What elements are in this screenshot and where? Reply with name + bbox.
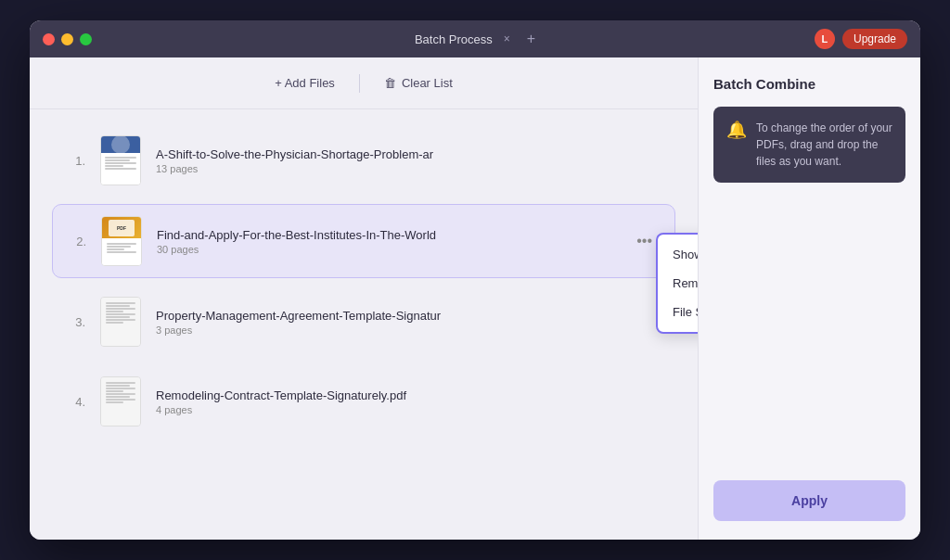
thumb-full — [101, 377, 140, 426]
thumb-line — [106, 311, 123, 312]
file-pages: 4 pages — [156, 404, 661, 415]
file-thumbnail — [100, 376, 141, 426]
file-thumbnail — [100, 297, 141, 347]
context-menu: Show in Finder Remove File File Setting — [656, 233, 698, 334]
thumb-line — [105, 165, 123, 167]
file-item[interactable]: 3. — [52, 286, 675, 358]
info-box: 🔔 To change the order of your PDFs, drag… — [713, 107, 905, 183]
clear-list-button[interactable]: 🗑 Clear List — [375, 70, 462, 95]
thumb-top — [101, 136, 140, 153]
file-info: A-Shift-to-Solve-the-Physician-Shortage-… — [156, 147, 661, 174]
thumb-line — [105, 157, 136, 159]
thumb-line — [106, 305, 130, 307]
main-window: Batch Process × + L Upgrade + Add Files … — [30, 20, 920, 540]
thumb-lines — [104, 300, 137, 325]
thumb-line — [106, 396, 130, 398]
thumb-line — [106, 393, 135, 395]
file-info: Property-Management-Agreement-Template-S… — [156, 309, 661, 336]
file-number: 1. — [67, 154, 85, 168]
title-bar: Batch Process × + L Upgrade — [30, 20, 920, 57]
tab-bar: Batch Process × + — [415, 31, 535, 47]
thumb-line — [106, 313, 135, 315]
thumb-content — [101, 136, 140, 185]
close-button[interactable] — [43, 33, 55, 45]
right-panel: Batch Combine 🔔 To change the order of y… — [698, 57, 920, 540]
apply-button[interactable]: Apply — [713, 480, 905, 521]
file-name: Find-and-Apply-For-the-Best-Institutes-I… — [157, 228, 614, 242]
files-list: 1. — [30, 109, 698, 540]
file-info: Remodeling-Contract-Template-Signaturely… — [156, 388, 661, 415]
file-name: A-Shift-to-Solve-the-Physician-Shortage-… — [156, 147, 661, 161]
thumb-line — [106, 399, 135, 401]
thumb-line — [106, 385, 130, 387]
bell-icon: 🔔 — [726, 120, 747, 140]
info-text: To change the order of your PDFs, drag a… — [756, 120, 892, 170]
thumb-line — [107, 251, 136, 253]
file-thumbnail — [100, 135, 141, 185]
thumb-line — [106, 388, 135, 389]
trash-icon: 🗑 — [384, 76, 396, 90]
thumb-full — [101, 298, 140, 346]
file-pages: 3 pages — [156, 325, 661, 336]
left-panel: + Add Files 🗑 Clear List 1. — [30, 57, 698, 540]
thumb-line — [106, 390, 123, 392]
thumb-line — [107, 246, 131, 248]
thumb-line — [106, 302, 135, 304]
file-item[interactable]: 1. — [52, 124, 675, 197]
context-menu-item-file-setting[interactable]: File Setting — [658, 298, 698, 326]
file-name: Property-Management-Agreement-Template-S… — [156, 309, 661, 323]
minimize-button[interactable] — [61, 33, 73, 45]
file-number: 2. — [68, 235, 86, 248]
file-number: 4. — [67, 395, 85, 409]
file-number: 3. — [67, 315, 85, 329]
thumb-bottom — [101, 153, 140, 185]
thumb-lines — [103, 155, 138, 172]
context-menu-item-remove-file[interactable]: Remove File — [658, 269, 698, 298]
thumb-line — [106, 322, 123, 324]
user-avatar: L — [815, 29, 835, 49]
context-menu-item-show-finder[interactable]: Show in Finder — [658, 240, 698, 269]
maximize-button[interactable] — [80, 33, 92, 45]
thumb-line — [107, 243, 136, 245]
traffic-lights — [43, 33, 92, 45]
tab-title: Batch Process — [415, 32, 493, 46]
upgrade-button[interactable]: Upgrade — [842, 29, 907, 49]
tab-close-button[interactable]: × — [500, 31, 514, 47]
toolbar-divider — [359, 74, 360, 93]
file-pages: 30 pages — [157, 244, 614, 255]
thumb-line — [105, 168, 136, 170]
add-files-button[interactable]: + Add Files — [265, 70, 344, 95]
file-pages: 13 pages — [156, 163, 661, 174]
thumb-line — [107, 248, 124, 250]
file-thumbnail: PDF — [101, 216, 142, 266]
tab-add-button[interactable]: + — [527, 31, 535, 47]
thumb-line — [105, 159, 130, 161]
clear-list-label: Clear List — [402, 76, 453, 90]
main-content: + Add Files 🗑 Clear List 1. — [30, 57, 920, 540]
thumb-line — [106, 401, 123, 403]
file-item[interactable]: 2. PDF — [52, 204, 675, 278]
thumb-lines — [105, 241, 138, 255]
thumb-lines — [104, 380, 137, 405]
thumb-line — [106, 382, 135, 384]
thumb-line — [106, 308, 135, 310]
thumb-content: PDF — [102, 217, 141, 265]
file-info: Find-and-Apply-For-the-Best-Institutes-I… — [157, 228, 614, 255]
file-item[interactable]: 4. — [52, 365, 675, 438]
toolbar: + Add Files 🗑 Clear List — [30, 57, 698, 109]
thumb-line — [106, 316, 130, 318]
thumb-line — [105, 162, 136, 164]
thumb-line — [106, 319, 135, 321]
title-bar-right: L Upgrade — [815, 29, 907, 49]
file-name: Remodeling-Contract-Template-Signaturely… — [156, 388, 661, 402]
panel-title: Batch Combine — [713, 76, 905, 92]
